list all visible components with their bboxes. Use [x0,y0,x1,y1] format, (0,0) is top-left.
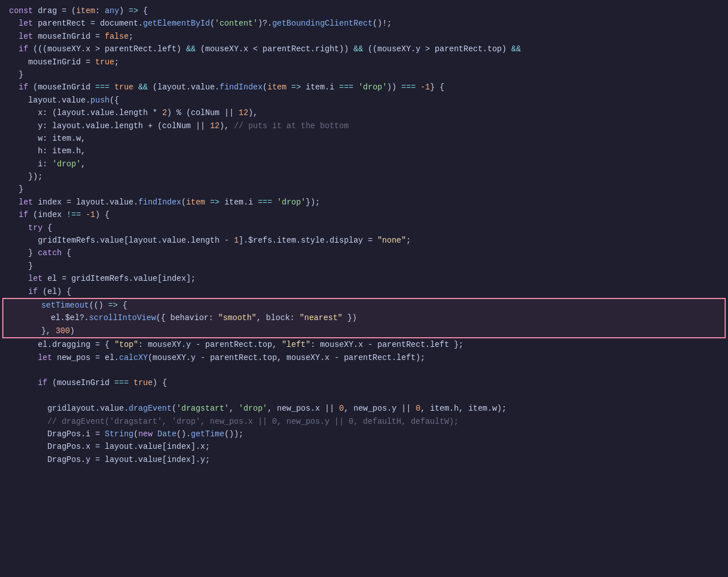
token: -1 [421,83,430,92]
token [416,83,420,92]
token: mouseInGrid [38,32,95,41]
token: (((mouseXY.x [33,44,95,54]
token: item.i [220,198,258,207]
token: } [28,248,38,257]
line-content: i: 'drop', [0,158,85,170]
token: parentRect [38,19,90,28]
code-line: el.$el?.scrollIntoView({ behavior: "smoo… [3,312,725,324]
token: dragEvent [129,404,172,413]
token: let [19,19,38,28]
code-line: let index = layout.value.findIndex(item … [0,196,728,208]
code-line [0,364,728,377]
token: 'drop' [277,198,306,207]
line-content: w: item.w, [0,132,85,145]
token: y: layout.value.length + (colNum [38,121,195,130]
token: gridItemRefs.value[layout.value.length [38,236,224,245]
token: || [325,404,339,413]
code-line: } [0,68,728,81]
token: - [334,353,344,362]
token: ; [406,236,410,245]
token: getElementById [143,19,210,28]
token: = [368,236,377,245]
token: , item.h, item.w); [421,404,507,413]
line-content: let mouseInGrid = false; [0,30,133,43]
token: (mouseInGrid [33,83,95,92]
token: { [61,248,71,257]
code-line: mouseInGrid = true; [0,56,728,68]
token: < [253,44,263,54]
token [109,83,114,92]
token: 'dragstart' [176,404,229,413]
token: . [268,19,272,28]
token: , new_pos.y [344,404,401,413]
code-line: let new_pos = el.calcXY(mouseXY.y - pare… [0,351,728,364]
token: ; [114,58,119,67]
line-content: if (mouseInGrid === true && (layout.valu… [0,81,445,93]
code-line: layout.value.push({ [0,94,728,107]
token: = [95,353,105,362]
line-content: const drag = (item: any) => { [0,5,148,17]
token: // puts it at the bottom [234,121,349,130]
token: ( [262,83,267,92]
token: (() [89,301,108,310]
code-line: setTimeout(() => { [3,299,725,312]
token: item [186,198,205,207]
token: if [19,210,33,219]
token: (). [176,429,191,439]
token: )? [258,19,268,28]
line-content: // dragEvent('dragstart', 'drop', new_po… [0,415,459,428]
token: let [28,274,48,283]
token: || [196,121,210,130]
token: if [28,287,43,296]
token: !== [67,210,81,219]
token: findIndex [138,198,182,207]
token: item [268,83,287,92]
token: if [19,44,33,54]
token: === [114,378,129,387]
code-line: } catch { [0,247,728,259]
token: ( [172,404,176,413]
code-line: i: 'drop', [0,158,728,170]
line-content: let index = layout.value.findIndex(item … [0,196,320,208]
line-content: }, 300) [3,325,75,337]
token: 0 [416,404,420,413]
token: 'drop' [238,404,267,413]
token: let [19,32,38,41]
token: ) { [95,210,109,219]
code-line: gridlayout.value.dragEvent('dragstart', … [0,402,728,415]
token: || [224,108,238,117]
token: parentRect.left) [105,44,186,54]
token: ({ behavior: [156,313,218,322]
token: getTime [191,429,224,439]
token: (mouseInGrid [52,378,114,387]
token: true [133,378,153,387]
line-content: x: (layout.value.length * 2) % (colNum |… [0,107,258,119]
token: if [38,378,52,387]
token: = [95,32,105,41]
token [272,198,277,207]
token: document. [100,19,143,28]
code-line: let mouseInGrid = false; [0,30,728,43]
token: = [61,274,71,283]
line-content: el.$el?.scrollIntoView({ behavior: "smoo… [3,312,357,324]
token: => [129,6,138,15]
token: }, [41,326,55,335]
token: "none" [377,236,406,245]
token: DragPos.i [47,429,95,439]
token: ) [70,326,75,335]
line-content: layout.value.push({ [0,94,119,107]
line-content: gridlayout.value.dragEvent('dragstart', … [0,402,507,415]
token: drag [38,6,61,15]
token: item.i [301,83,339,92]
token: = [95,340,105,349]
token [133,83,138,92]
token: && [353,44,363,54]
token: === [258,198,272,207]
token: false [105,32,129,41]
code-line: h: item.h, [0,145,728,157]
code-line: if (el) { [0,285,728,298]
token: => [291,83,301,92]
token: ()!; [373,19,392,28]
code-line: DragPos.x = layout.value[index].x; [0,440,728,453]
token: { [118,301,127,310]
